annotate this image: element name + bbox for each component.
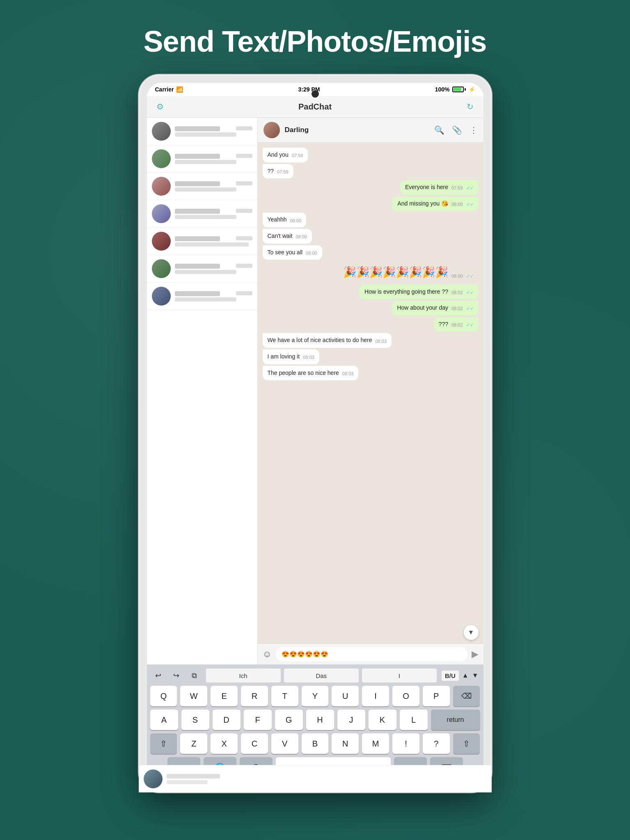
keyboard-row-2: A S D F G H J K L return bbox=[150, 710, 480, 730]
chat-preview bbox=[175, 187, 236, 192]
message-time: 08:03 bbox=[376, 338, 387, 345]
chat-preview bbox=[175, 297, 236, 301]
suggestion-3[interactable]: I bbox=[362, 669, 437, 682]
app-header: ⚙ PadChat ↻ bbox=[147, 96, 483, 118]
cursor-up-button[interactable]: ▲ bbox=[462, 672, 469, 679]
chat-preview bbox=[175, 160, 236, 164]
message-time: 08:00 bbox=[451, 201, 463, 208]
message-bubble: How is everything going there ?? 08:02 ✓… bbox=[360, 285, 478, 299]
key-z[interactable]: Z bbox=[180, 733, 207, 754]
message-ticks: ✓✓ bbox=[466, 185, 474, 191]
ipad-screen: Carrier 📶 3:29 PM 100% ⚡ ⚙ PadChat ↻ bbox=[147, 83, 483, 784]
ipad-frame: Carrier 📶 3:29 PM 100% ⚡ ⚙ PadChat ↻ bbox=[139, 75, 492, 792]
chat-name bbox=[175, 236, 220, 241]
list-item[interactable] bbox=[147, 173, 257, 200]
attachment-icon[interactable]: 📎 bbox=[452, 125, 462, 135]
key-y[interactable]: Y bbox=[302, 686, 329, 706]
search-icon[interactable]: 🔍 bbox=[434, 125, 444, 135]
key-r[interactable]: R bbox=[241, 686, 268, 706]
chat-time bbox=[236, 209, 252, 213]
key-o[interactable]: O bbox=[392, 686, 419, 706]
message-time: 08:00 bbox=[451, 273, 463, 279]
key-p[interactable]: P bbox=[423, 686, 450, 706]
keyboard-row-3: ⇧ Z X C V B N M ! ? ⇧ bbox=[150, 733, 480, 754]
message-bubble: How about your day 08:02 ✓✓ bbox=[392, 301, 478, 315]
avatar bbox=[152, 122, 171, 141]
undo-button[interactable]: ↩ bbox=[152, 670, 165, 681]
key-question[interactable]: ? bbox=[423, 733, 450, 754]
key-s[interactable]: S bbox=[181, 710, 209, 730]
message-text: To see you all bbox=[268, 249, 303, 257]
scroll-to-bottom-button[interactable]: ▼ bbox=[464, 625, 479, 640]
key-c[interactable]: C bbox=[241, 733, 268, 754]
chat-time bbox=[236, 236, 252, 240]
send-button[interactable]: ▶ bbox=[472, 649, 479, 660]
key-e[interactable]: E bbox=[211, 686, 238, 706]
list-item[interactable] bbox=[147, 228, 257, 255]
list-item[interactable] bbox=[147, 200, 257, 228]
key-k[interactable]: K bbox=[369, 710, 396, 730]
page-title: Send Text/Photos/Emojis bbox=[144, 25, 487, 58]
key-x[interactable]: X bbox=[211, 733, 238, 754]
cursor-down-button[interactable]: ▼ bbox=[472, 672, 479, 679]
key-g[interactable]: G bbox=[275, 710, 303, 730]
chat-time bbox=[236, 154, 252, 158]
redo-button[interactable]: ↪ bbox=[170, 670, 183, 681]
key-m[interactable]: M bbox=[362, 733, 389, 754]
refresh-icon[interactable]: ↻ bbox=[464, 100, 477, 113]
message-bubble: And missing you 😘 08:00 ✓✓ bbox=[392, 196, 478, 211]
key-exclaim[interactable]: ! bbox=[392, 733, 419, 754]
chat-header: Darling 🔍 📎 ⋮ bbox=[258, 118, 483, 143]
key-n[interactable]: N bbox=[332, 733, 359, 754]
chat-time bbox=[236, 291, 252, 295]
copy-button[interactable]: ⧉ bbox=[188, 670, 201, 681]
chat-preview bbox=[175, 242, 249, 247]
key-a[interactable]: A bbox=[150, 710, 178, 730]
message-bubble: ?? 07:59 bbox=[263, 164, 293, 179]
key-h[interactable]: H bbox=[306, 710, 334, 730]
emoji-picker-button[interactable]: ☺ bbox=[263, 649, 272, 660]
list-item[interactable] bbox=[147, 283, 257, 310]
more-options-icon[interactable]: ⋮ bbox=[470, 125, 478, 135]
message-time: 08:03 bbox=[303, 354, 314, 361]
charging-icon: ⚡ bbox=[468, 86, 475, 93]
return-key[interactable]: return bbox=[431, 710, 480, 730]
key-l[interactable]: L bbox=[400, 710, 428, 730]
settings-icon[interactable]: ⚙ bbox=[153, 100, 167, 113]
suggestion-2[interactable]: Das bbox=[284, 669, 359, 682]
message-text: How about your day bbox=[397, 304, 448, 312]
chat-preview bbox=[175, 132, 236, 137]
key-f[interactable]: F bbox=[244, 710, 272, 730]
key-t[interactable]: T bbox=[271, 686, 298, 706]
key-v[interactable]: V bbox=[271, 733, 298, 754]
chat-time bbox=[236, 264, 252, 268]
key-j[interactable]: J bbox=[337, 710, 365, 730]
chat-contact-name: Darling bbox=[285, 126, 429, 134]
message-time: 08:00 bbox=[296, 234, 307, 240]
shift-right-key[interactable]: ⇧ bbox=[453, 733, 480, 754]
key-i[interactable]: I bbox=[362, 686, 389, 706]
message-ticks: ✓✓ bbox=[466, 306, 474, 312]
list-item[interactable] bbox=[147, 255, 257, 283]
bold-italic-button[interactable]: B/U bbox=[442, 671, 459, 681]
message-time: 08:00 bbox=[306, 250, 317, 256]
key-q[interactable]: Q bbox=[150, 686, 177, 706]
shift-left-key[interactable]: ⇧ bbox=[150, 733, 177, 754]
suggestion-1[interactable]: Ich bbox=[206, 669, 281, 682]
key-b[interactable]: B bbox=[302, 733, 329, 754]
message-text: How is everything going there ?? bbox=[364, 288, 448, 296]
message-ticks: ✓✓ bbox=[466, 322, 474, 328]
key-d[interactable]: D bbox=[213, 710, 241, 730]
message-text: 🎉🎉🎉🎉🎉🎉🎉🎉 bbox=[343, 265, 448, 279]
list-item[interactable] bbox=[147, 145, 257, 173]
key-w[interactable]: W bbox=[180, 686, 207, 706]
delete-key[interactable]: ⌫ bbox=[453, 686, 480, 706]
ipad-camera bbox=[312, 90, 319, 98]
main-content: Darling 🔍 📎 ⋮ And you 07:59 bbox=[147, 118, 483, 664]
list-item[interactable] bbox=[147, 118, 257, 145]
message-bubble: I am loving it 08:03 bbox=[263, 349, 319, 364]
key-u[interactable]: U bbox=[332, 686, 359, 706]
message-input[interactable]: 😍😍😍😍😍😍 bbox=[276, 647, 467, 661]
message-bubble: To see you all 08:00 bbox=[263, 245, 322, 260]
carrier-label: Carrier bbox=[155, 86, 174, 93]
